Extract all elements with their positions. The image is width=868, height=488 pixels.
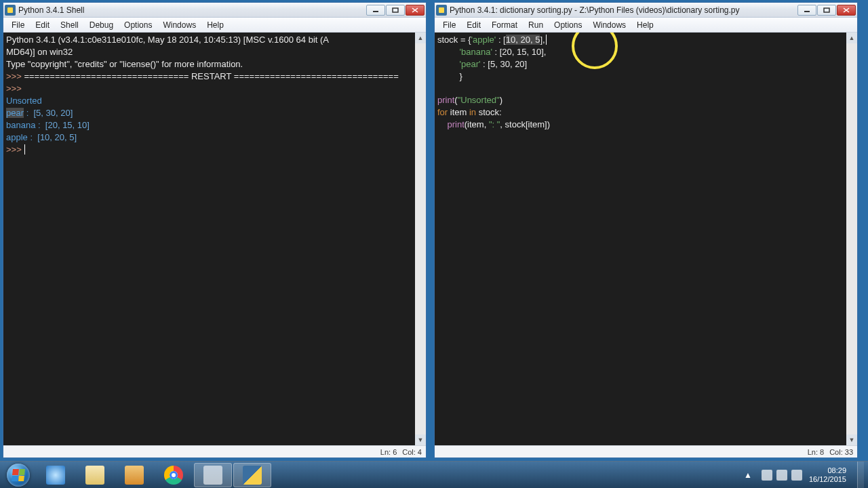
menu-help[interactable]: Help	[631, 19, 659, 31]
status-col: Col: 33	[829, 448, 853, 456]
svg-rect-5	[824, 8, 829, 12]
taskbar-clock[interactable]: 08:29 16/12/2015	[809, 466, 846, 484]
maximize-button[interactable]	[817, 5, 836, 16]
output-key: pear	[6, 108, 24, 118]
taskbar-ie[interactable]	[37, 463, 75, 487]
shell-titlebar[interactable]: Python 3.4.1 Shell	[3, 3, 426, 18]
tray-network-icon[interactable]	[776, 470, 787, 481]
minimize-button[interactable]	[797, 5, 816, 16]
status-col: Col: 4	[402, 448, 422, 456]
menu-edit[interactable]: Edit	[461, 19, 486, 31]
scroll-up-icon[interactable]: ▲	[846, 33, 857, 43]
shell-statusbar: Ln: 6 Col: 4	[3, 445, 426, 458]
editor-titlebar[interactable]: Python 3.4.1: dictionary sorting.py - Z:…	[435, 3, 857, 18]
menu-file[interactable]: File	[437, 19, 461, 31]
window-controls	[366, 5, 425, 16]
banner-line: Type "copyright", "credits" or "license(…	[6, 59, 243, 69]
menu-windows[interactable]: Windows	[157, 19, 201, 31]
taskbar-python[interactable]	[233, 463, 271, 487]
output-key: banana	[6, 120, 35, 130]
menu-file[interactable]: File	[6, 19, 30, 31]
menu-options[interactable]: Options	[549, 19, 587, 31]
status-line: Ln: 8	[808, 448, 824, 456]
chrome-icon	[164, 466, 183, 485]
output-value: [20, 15, 10]	[45, 120, 90, 130]
banner-line: MD64)] on win32	[6, 47, 73, 57]
show-desktop-button[interactable]	[857, 462, 864, 489]
tray-overflow-button[interactable]: ▲	[741, 468, 755, 483]
tray-flag-icon[interactable]	[762, 470, 772, 481]
output-value: [5, 30, 20]	[33, 108, 73, 118]
start-button[interactable]	[0, 462, 37, 489]
minimize-button[interactable]	[366, 5, 385, 16]
prompt: >>>	[6, 83, 24, 94]
highlight-circle-icon	[572, 33, 618, 69]
scroll-up-icon[interactable]: ▲	[415, 33, 426, 43]
editor-statusbar: Ln: 8 Col: 33	[435, 445, 857, 458]
ie-icon	[46, 466, 65, 485]
shell-output-area[interactable]: Python 3.4.1 (v3.4.1:c0e311e010fc, May 1…	[3, 33, 426, 445]
scrollbar[interactable]: ▲ ▼	[846, 33, 857, 445]
shell-title: Python 3.4.1 Shell	[18, 5, 366, 15]
editor-menubar: File Edit Format Run Options Windows Hel…	[435, 18, 857, 33]
taskbar-chrome[interactable]	[155, 463, 193, 487]
menu-run[interactable]: Run	[523, 19, 549, 31]
status-line: Ln: 6	[380, 448, 397, 456]
clock-time: 08:29	[809, 466, 846, 475]
shell-window: Python 3.4.1 Shell File Edit Shell Debug…	[3, 2, 427, 458]
scrollbar[interactable]: ▲ ▼	[415, 33, 426, 445]
menu-format[interactable]: Format	[486, 19, 523, 31]
prompt: >>>	[6, 71, 24, 81]
menu-edit[interactable]: Edit	[30, 19, 55, 31]
shell-menubar: File Edit Shell Debug Options Windows He…	[3, 18, 426, 33]
mediaplayer-icon	[125, 466, 144, 485]
prompt: >>>	[6, 144, 24, 155]
taskbar-explorer[interactable]	[76, 463, 114, 487]
python-icon	[243, 466, 262, 485]
taskbar: ▲ 08:29 16/12/2015	[0, 461, 868, 488]
banner-line: Python 3.4.1 (v3.4.1:c0e311e010fc, May 1…	[6, 35, 329, 45]
restart-label: RESTART	[191, 71, 231, 81]
system-tray: ▲ 08:29 16/12/2015	[741, 462, 868, 488]
window-controls	[797, 5, 856, 16]
text-cursor	[546, 35, 547, 45]
editor-code-area[interactable]: stock = {'apple' : [10, 20, 5], 'banana'…	[435, 33, 857, 445]
editor-window: Python 3.4.1: dictionary sorting.py - Z:…	[434, 2, 858, 458]
output-value: [10, 20, 5]	[37, 132, 77, 142]
python-icon	[436, 5, 447, 16]
taskbar-app-active[interactable]	[194, 463, 232, 487]
output-unsorted: Unsorted	[6, 96, 42, 106]
editor-title: Python 3.4.1: dictionary sorting.py - Z:…	[450, 5, 797, 15]
output-key: apple	[6, 132, 28, 142]
python-icon	[5, 5, 16, 16]
close-button[interactable]	[406, 5, 425, 16]
taskbar-items	[37, 462, 271, 488]
close-button[interactable]	[837, 5, 856, 16]
app-icon	[203, 466, 222, 485]
menu-windows[interactable]: Windows	[587, 19, 631, 31]
menu-options[interactable]: Options	[119, 19, 157, 31]
taskbar-mediaplayer[interactable]	[115, 463, 153, 487]
maximize-button[interactable]	[386, 5, 405, 16]
tray-volume-icon[interactable]	[791, 470, 802, 481]
menu-shell[interactable]: Shell	[55, 19, 84, 31]
svg-rect-1	[393, 8, 398, 12]
clock-date: 16/12/2015	[809, 475, 846, 484]
scroll-down-icon[interactable]: ▼	[415, 434, 426, 445]
windows-orb-icon	[7, 464, 30, 487]
folder-icon	[85, 466, 104, 485]
menu-debug[interactable]: Debug	[84, 19, 119, 31]
scroll-down-icon[interactable]: ▼	[846, 434, 857, 445]
menu-help[interactable]: Help	[201, 19, 229, 31]
